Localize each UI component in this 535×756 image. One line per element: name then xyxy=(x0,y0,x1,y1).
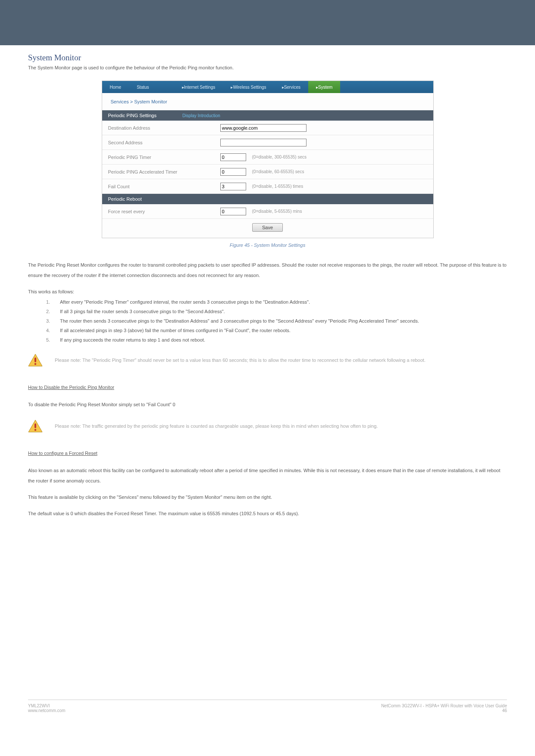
para-5: This feature is available by clicking on… xyxy=(28,492,507,502)
tab-services-label: Services xyxy=(284,85,300,90)
para-6: The default value is 0 which disables th… xyxy=(28,508,507,519)
second-label: Second Address xyxy=(108,140,220,145)
para-2: This works as follows: xyxy=(28,289,507,294)
page-title: System Monitor xyxy=(28,53,507,62)
save-button[interactable]: Save xyxy=(252,223,283,232)
warning-icon xyxy=(28,420,43,432)
footer-model: YML22WVI xyxy=(28,703,66,708)
steps-list: 1.After every "Periodic Ping Timer" conf… xyxy=(46,299,507,342)
heading-disable: How to Disable the Periodic Ping Monitor xyxy=(28,385,114,390)
breadcrumb: Services > System Monitor xyxy=(102,93,433,110)
ping-settings-header: Periodic PING Settings Display Introduct… xyxy=(102,110,433,121)
page-footer: YML22WVI www.netcomm.com NetComm 3G22WV-… xyxy=(28,700,507,713)
row-second: Second Address xyxy=(102,135,433,150)
acc-label: Periodic PING Accelerated Timer xyxy=(108,169,220,174)
list-item: 4.If all accelerated pings in step 3 (ab… xyxy=(46,328,507,333)
page-content: System Monitor The System Monitor page i… xyxy=(0,45,535,726)
para-1: The Periodic Ping Reset Monitor configur… xyxy=(28,260,507,280)
warning-icon xyxy=(28,354,43,367)
router-ui-screenshot: Home Status ▸ Internet Settings ▸ Wirele… xyxy=(102,81,434,238)
note-2-text: Please note: The traffic generated by th… xyxy=(55,423,378,429)
destination-label: Destination Address xyxy=(108,125,220,131)
list-item: 1.After every "Periodic Ping Timer" conf… xyxy=(46,299,507,305)
footer-url: www.netcomm.com xyxy=(28,708,66,713)
heading-forced-reset: How to configure a Forced Reset xyxy=(28,451,97,456)
destination-input[interactable] xyxy=(220,124,307,132)
svg-point-2 xyxy=(34,363,36,365)
top-banner xyxy=(0,0,535,45)
note-1: Please note: The "Periodic Ping Timer" s… xyxy=(28,354,507,367)
list-item: 3.The router then sends 3 consecutive pi… xyxy=(46,318,507,324)
router-nav: Home Status ▸ Internet Settings ▸ Wirele… xyxy=(102,81,433,93)
ping-settings-title: Periodic PING Settings xyxy=(108,113,157,118)
tab-services[interactable]: ▸ Services xyxy=(274,81,308,93)
timer-input[interactable] xyxy=(220,153,246,161)
fail-hint: (0=disable, 1-65535) times xyxy=(252,184,303,189)
fail-input[interactable] xyxy=(220,183,246,190)
svg-rect-4 xyxy=(34,423,36,428)
para-3: To disable the Periodic Ping Reset Monit… xyxy=(28,399,507,410)
tab-system-label: System xyxy=(318,85,332,90)
list-item: 5.If any ping succeeds the router return… xyxy=(46,337,507,342)
timer-label: Periodic PING Timer xyxy=(108,155,220,160)
svg-point-5 xyxy=(34,429,36,430)
reboot-input[interactable] xyxy=(220,208,246,215)
para-4: Also known as an automatic reboot this f… xyxy=(28,465,507,486)
timer-hint: (0=disable, 300-65535) secs xyxy=(252,155,307,159)
row-reboot: Force reset every (0=disable, 5-65535) m… xyxy=(102,204,433,219)
tab-system[interactable]: ▸ System xyxy=(308,81,340,93)
row-fail: Fail Count (0=disable, 1-65535) times xyxy=(102,179,433,194)
reboot-hint: (0=disable, 5-65535) mins xyxy=(252,209,302,214)
footer-page-number: 46 xyxy=(381,708,507,713)
note-2: Please note: The traffic generated by th… xyxy=(28,420,507,432)
footer-doc-title: NetComm 3G22WV-I - HSPA+ WiFi Router wit… xyxy=(381,703,507,708)
tab-wireless-label: Wireless Settings xyxy=(233,85,266,90)
fail-label: Fail Count xyxy=(108,184,220,189)
reboot-header: Periodic Reboot xyxy=(102,194,433,204)
svg-rect-1 xyxy=(34,358,36,362)
figure-caption: Figure 45 - System Monitor Settings xyxy=(28,243,507,248)
list-item: 2.If all 3 pings fail the router sends 3… xyxy=(46,309,507,314)
row-acc: Periodic PING Accelerated Timer (0=disab… xyxy=(102,165,433,179)
row-timer: Periodic PING Timer (0=disable, 300-6553… xyxy=(102,150,433,165)
tab-status[interactable]: Status xyxy=(129,81,156,93)
acc-hint: (0=disable, 60-65535) secs xyxy=(252,169,304,174)
second-input[interactable] xyxy=(220,139,307,146)
reboot-label: Force reset every xyxy=(108,209,220,214)
acc-input[interactable] xyxy=(220,168,246,176)
tab-internet[interactable]: ▸ Internet Settings xyxy=(174,81,223,93)
tab-internet-label: Internet Settings xyxy=(184,85,216,90)
tab-home[interactable]: Home xyxy=(102,81,129,93)
tab-wireless[interactable]: ▸ Wireless Settings xyxy=(223,81,274,93)
row-destination: Destination Address xyxy=(102,121,433,135)
intro-text: The System Monitor page is used to confi… xyxy=(28,65,507,70)
display-intro-link[interactable]: Display Introduction xyxy=(182,113,220,118)
note-1-text: Please note: The "Periodic Ping Timer" s… xyxy=(55,358,425,363)
reboot-title: Periodic Reboot xyxy=(108,196,142,202)
